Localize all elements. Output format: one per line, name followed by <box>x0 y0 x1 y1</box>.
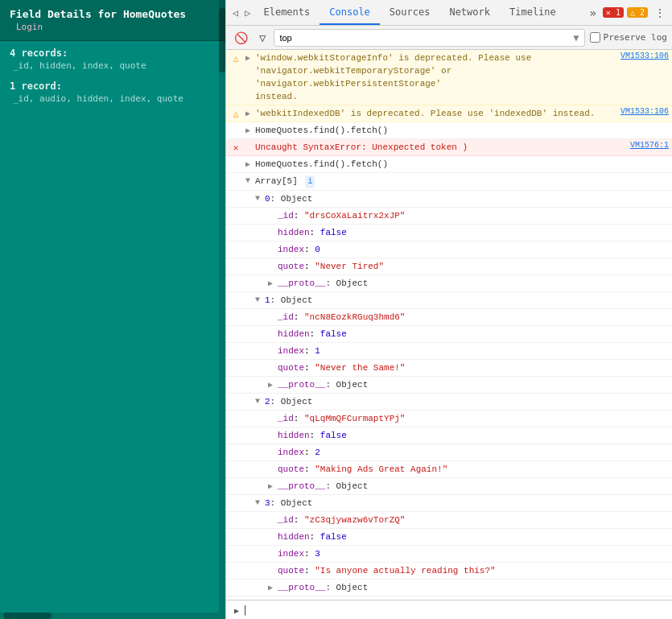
console-input-row: | <box>226 600 672 619</box>
error-source-1[interactable]: VM1576:1 <box>624 141 669 150</box>
warn-badge: △ 2 <box>627 7 648 18</box>
item-3-hidden: hidden: false <box>226 529 672 546</box>
warn-count: 2 <box>640 8 645 17</box>
filter-bar: ▼ <box>274 29 584 47</box>
expand-arrow-item-2[interactable] <box>252 395 263 406</box>
filter-input[interactable] <box>279 33 571 43</box>
item-1-index: index: 1 <box>226 343 672 360</box>
tab-sources-label: Sources <box>390 6 431 18</box>
console-cursor[interactable]: | <box>242 605 248 616</box>
warn-message-1: 'window.webkitStorageInfo' is deprecated… <box>254 52 614 103</box>
warn-source-2[interactable]: VM1533:106 <box>614 107 669 116</box>
records-header-2: 1 record: <box>10 80 216 92</box>
left-panel: Field Details for HomeQuotes Login 4 rec… <box>0 0 225 619</box>
tab-elements-label: Elements <box>263 6 310 18</box>
hscrollbar-thumb[interactable] <box>3 613 52 619</box>
devtools-tab-bar: ◁ ▷ Elements Console Sources Network Tim… <box>226 0 672 26</box>
preserve-log-checkbox[interactable] <box>590 32 600 43</box>
devtools-more-section: » ✕ 1 △ 2 ⋮ <box>586 5 669 21</box>
left-panel-title: Field Details for HomeQuotes Login <box>0 0 225 41</box>
tab-elements[interactable]: Elements <box>254 0 320 25</box>
console-input-arrow[interactable] <box>231 605 242 615</box>
vertical-scrollbar[interactable] <box>219 0 225 619</box>
array-header: Array[5] i <box>254 175 669 188</box>
clear-console-button[interactable]: 🚫 <box>231 30 251 46</box>
console-row-error-1: ✕ Uncaught SyntaxError: Unexpected token… <box>226 139 672 156</box>
scrollbar-thumb[interactable] <box>219 8 225 72</box>
panel-title-text: Field Details for HomeQuotes <box>10 8 186 20</box>
item-1-hidden: hidden: false <box>226 326 672 343</box>
error-message-1: Uncaught SyntaxError: Unexpected token ) <box>254 141 624 154</box>
info-icon-1 <box>229 124 242 126</box>
array-item-2-header: 2: Object <box>226 394 672 411</box>
expand-arrow-item-2-proto[interactable] <box>265 480 276 491</box>
info-message-2: HomeQuotes.find().fetch() <box>254 158 662 171</box>
expand-arrow-item-3-proto[interactable] <box>265 581 276 592</box>
item-2-index: index: 2 <box>226 444 672 461</box>
error-badge: ✕ 1 <box>603 7 624 18</box>
expand-arrow-item-4[interactable] <box>252 598 263 600</box>
expand-arrow-array[interactable] <box>242 175 254 185</box>
preserve-log-label: Preserve log <box>590 32 667 43</box>
item-2-quote: quote: "Making Ads Great Again!" <box>226 461 672 478</box>
error-icon-1: ✕ <box>229 141 242 153</box>
tab-network[interactable]: Network <box>439 0 500 25</box>
item-0-hidden: hidden: false <box>226 225 672 241</box>
expand-arrow-item-1-proto[interactable] <box>265 378 276 390</box>
info-message-1: HomeQuotes.find().fetch() <box>254 124 662 137</box>
tab-console[interactable]: Console <box>320 0 380 25</box>
item-1-id: _id: "ncN8EozkRGuq3hmd6" <box>226 309 672 326</box>
tab-network-label: Network <box>449 6 490 18</box>
expand-arrow-item-0-proto[interactable] <box>265 277 276 288</box>
item-3-proto: __proto__: Object <box>226 580 672 596</box>
devtools-panel: ◁ ▷ Elements Console Sources Network Tim… <box>225 0 672 619</box>
item-2-id: _id: "qLqMmQFCurmaptYPj" <box>226 411 672 427</box>
error-icon-small: ✕ <box>606 8 611 17</box>
filter-dropdown-icon[interactable]: ▼ <box>573 32 579 43</box>
devtools-menu-button[interactable]: ⋮ <box>651 5 669 21</box>
info-icon-2 <box>229 158 242 159</box>
preserve-log-text: Preserve log <box>604 32 667 43</box>
expand-arrow-3[interactable] <box>242 124 254 135</box>
expand-arrow-item-3[interactable] <box>252 497 263 507</box>
warn-icon-small: △ <box>630 8 635 17</box>
console-row-array: Array[5] i <box>226 173 672 191</box>
expand-arrow-item-1[interactable] <box>252 294 263 304</box>
warn-message-2: 'webkitIndexedDB' is deprecated. Please … <box>254 107 614 120</box>
expand-arrow-2[interactable] <box>242 107 254 118</box>
fields-list-2: _id, audio, hidden, index, quote <box>10 93 216 104</box>
warn-icon-2: △ <box>229 107 242 119</box>
tab-sources[interactable]: Sources <box>380 0 440 25</box>
devtools-nav-back[interactable]: ◁ <box>229 6 241 20</box>
devtools-nav-forward[interactable]: ▷ <box>241 6 254 20</box>
tab-timeline[interactable]: Timeline <box>500 0 566 25</box>
filter-toggle-button[interactable]: ▽ <box>256 30 269 46</box>
expand-arrow-item-0[interactable] <box>252 192 263 203</box>
item-0-proto: __proto__: Object <box>226 275 672 292</box>
item-0-quote: quote: "Never Tired" <box>226 258 672 275</box>
console-row-warn-2: △ 'webkitIndexedDB' is deprecated. Pleas… <box>226 105 672 122</box>
fields-list-1: _id, hidden, index, quote <box>10 60 216 71</box>
array-icon <box>229 175 242 176</box>
more-tabs-button[interactable]: » <box>586 5 599 21</box>
array-tag: i <box>305 175 315 188</box>
warn-source-1[interactable]: VM1533:106 <box>614 52 669 60</box>
array-item-0-header: 0: Object <box>226 191 672 208</box>
records-section-1: 4 records: _id, hidden, index, quote <box>0 41 225 74</box>
item-2-proto: __proto__: Object <box>226 478 672 495</box>
error-count: 1 <box>616 8 620 17</box>
expand-arrow-1[interactable] <box>242 52 254 63</box>
horizontal-scrollbar[interactable] <box>0 613 219 619</box>
more-menu-icon: ⋮ <box>654 6 666 19</box>
login-link[interactable]: Login <box>16 22 43 32</box>
item-1-quote: quote: "Never the Same!" <box>226 360 672 377</box>
console-row-warn-1: △ 'window.webkitStorageInfo' is deprecat… <box>226 50 672 105</box>
item-3-quote: quote: "Is anyone actually reading this?… <box>226 563 672 580</box>
array-item-3-header: 3: Object <box>226 495 672 512</box>
expand-arrow-5[interactable] <box>242 158 254 169</box>
warn-icon-1: △ <box>229 52 242 64</box>
array-item-4-header: 4: Object <box>226 596 672 600</box>
tab-timeline-label: Timeline <box>509 6 556 18</box>
console-content: △ 'window.webkitStorageInfo' is deprecat… <box>226 50 672 600</box>
tab-console-label: Console <box>329 6 370 18</box>
